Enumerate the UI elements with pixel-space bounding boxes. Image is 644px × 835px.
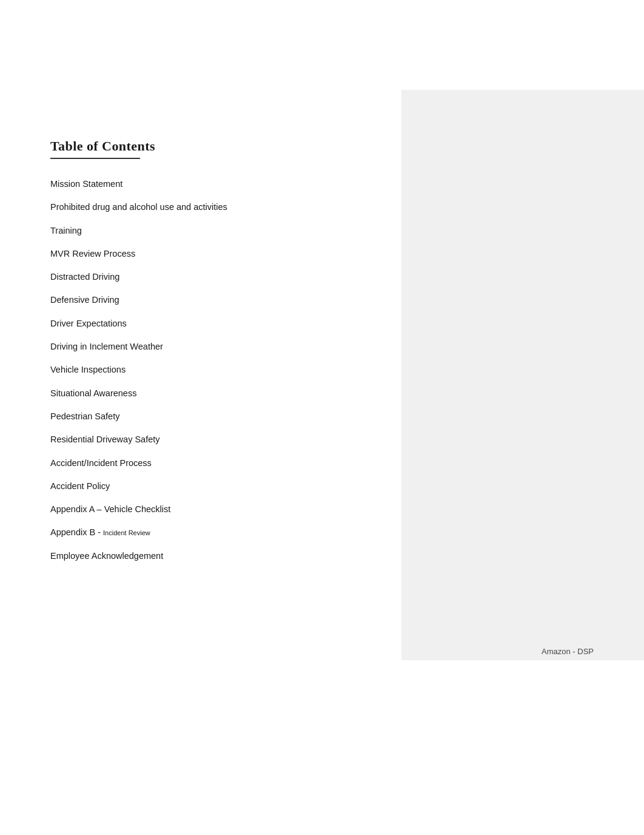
toc-item: Appendix A – Vehicle Checklist (50, 498, 351, 521)
toc-item: Employee Acknowledgement (50, 544, 351, 567)
right-panel (401, 90, 644, 660)
toc-item: Driving in Inclement Weather (50, 335, 351, 358)
toc-item: Distracted Driving (50, 265, 351, 288)
toc-item: Vehicle Inspections (50, 358, 351, 381)
toc-item: Accident/Incident Process (50, 451, 351, 475)
toc-item: Residential Driveway Safety (50, 428, 351, 451)
page-container: Table of Contents Mission StatementProhi… (0, 0, 644, 835)
footer-text: Amazon - DSP (542, 647, 594, 656)
toc-title: Table of Contents (50, 138, 351, 154)
toc-item: Prohibited drug and alcohol use and acti… (50, 195, 351, 218)
toc-item: Mission Statement (50, 172, 351, 195)
toc-item-label: Appendix B - (50, 527, 103, 537)
toc-item: Driver Expectations (50, 312, 351, 335)
toc-item: Situational Awareness (50, 382, 351, 405)
toc-item: Appendix B - Incident Review (50, 521, 351, 544)
toc-item: Pedestrian Safety (50, 405, 351, 428)
toc-item: MVR Review Process (50, 242, 351, 265)
toc-item: Training (50, 219, 351, 242)
content-area: Table of Contents Mission StatementProhi… (0, 90, 401, 604)
toc-item: Defensive Driving (50, 288, 351, 311)
toc-item: Accident Policy (50, 475, 351, 498)
toc-item-small-label: Incident Review (103, 529, 150, 536)
toc-list: Mission StatementProhibited drug and alc… (50, 172, 351, 567)
toc-title-underline (50, 158, 140, 159)
